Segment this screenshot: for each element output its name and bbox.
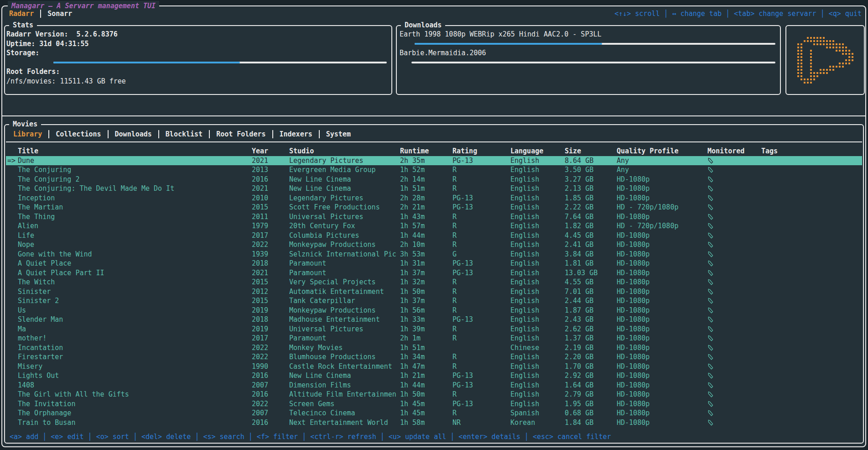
movie-language: English bbox=[510, 324, 561, 334]
column-header-size: Size bbox=[565, 147, 613, 156]
movie-quality-profile: HD-1080p bbox=[617, 315, 704, 324]
tab-library[interactable]: Library bbox=[10, 130, 45, 138]
movie-year: 2013 bbox=[252, 165, 286, 175]
movie-tags bbox=[761, 334, 843, 343]
movie-language: English bbox=[510, 287, 561, 297]
movie-year: 2015 bbox=[252, 296, 286, 306]
table-row[interactable]: Slender Man2018Madhouse Entertainment1h … bbox=[6, 315, 862, 324]
movie-year: 2016 bbox=[252, 371, 286, 381]
disk-usage-fill bbox=[53, 62, 240, 63]
movie-studio: Columbia Pictures bbox=[289, 231, 397, 241]
table-row[interactable]: The Orphanage2007Telecinco Cinema1h 45mR… bbox=[6, 408, 862, 418]
servarr-tab-sonarr[interactable]: Sonarr bbox=[45, 10, 75, 18]
movie-year: 2017 bbox=[252, 231, 286, 241]
movie-rating: PG-13 bbox=[452, 315, 507, 324]
movie-language: English bbox=[510, 277, 561, 287]
movie-quality-profile: HD-1080p bbox=[617, 277, 704, 287]
download-progress-bar bbox=[415, 43, 775, 45]
tab-blocklist[interactable]: Blocklist bbox=[163, 130, 205, 138]
table-row[interactable]: Ma2019Universal Pictures1h 39mREnglish2.… bbox=[6, 324, 862, 334]
movie-rating: PG-13 bbox=[452, 203, 507, 212]
table-row[interactable]: The Witch2015Very Special Projects1h 32m… bbox=[6, 277, 862, 287]
table-row[interactable]: Inception2010Legendary Pictures2h 28mPG-… bbox=[6, 194, 862, 203]
table-row[interactable]: Firestarter2022Blumhouse Productions1h 3… bbox=[6, 352, 862, 362]
movie-studio: Tank Caterpillar bbox=[289, 296, 397, 306]
movie-tags bbox=[761, 418, 843, 428]
movie-tags bbox=[761, 221, 843, 231]
table-row[interactable]: Life2017Columbia Pictures1h 44mREnglish4… bbox=[6, 231, 862, 241]
monitored-icon bbox=[707, 390, 758, 399]
table-row[interactable]: Train to Busan2016Next Entertainment Wor… bbox=[6, 418, 862, 428]
table-row[interactable]: mother!2017Paramount2h 1mREnglish1.37 GB… bbox=[6, 334, 862, 343]
movie-studio: Selznick International Pic bbox=[289, 250, 397, 259]
table-row[interactable]: Sinister 22015Tank Caterpillar1h 37mREng… bbox=[6, 296, 862, 306]
movie-rating: R bbox=[452, 334, 507, 343]
monitored-icon bbox=[707, 287, 758, 297]
column-header-rating: Rating bbox=[452, 147, 507, 156]
table-row[interactable]: The Thing2011Universal Pictures1h 43mREn… bbox=[6, 212, 862, 222]
movie-runtime: 1h 43m bbox=[400, 212, 449, 222]
table-row[interactable]: The Girl with All the Gifts2016Altitude … bbox=[6, 390, 862, 399]
tab-system[interactable]: System bbox=[323, 130, 353, 138]
tab-root-folders[interactable]: Root Folders bbox=[213, 130, 268, 138]
movie-size: 3.27 GB bbox=[565, 175, 613, 184]
table-row[interactable]: Lights Out2016New Line Cinema1h 21mPG-13… bbox=[6, 371, 862, 381]
movie-runtime: 2h 14m bbox=[400, 175, 449, 184]
movie-year: 2021 bbox=[252, 268, 286, 278]
movie-title: The Thing bbox=[18, 212, 248, 222]
table-row[interactable]: Gone with the Wind1939Selznick Internati… bbox=[6, 250, 862, 259]
movie-tags bbox=[761, 240, 843, 250]
column-header-title: Title bbox=[18, 147, 248, 156]
stats-panel-title: Stats bbox=[9, 20, 37, 30]
table-row[interactable]: The Invitation2022Screen Gems1h 45mPG-13… bbox=[6, 399, 862, 409]
movie-rating: R bbox=[452, 306, 507, 315]
table-row[interactable]: Incantation2022Monkey Movies1h 51mChines… bbox=[6, 343, 862, 353]
movie-year: 2021 bbox=[252, 156, 286, 166]
stats-panel: Stats Radarr Version: 5.2.6.8376 Uptime:… bbox=[4, 25, 392, 95]
table-row[interactable]: Us2019Monkeypaw Productions1h 56mREnglis… bbox=[6, 306, 862, 315]
table-row[interactable]: The Martian2015Scott Free Productions2h … bbox=[6, 203, 862, 212]
servarr-tab-radarr[interactable]: Radarr bbox=[6, 10, 36, 18]
table-row[interactable]: Misery1990Castle Rock Entertainment1h 47… bbox=[6, 362, 862, 372]
selection-marker bbox=[7, 324, 18, 334]
table-row[interactable]: A Quiet Place2018Paramount1h 31mPG-13Eng… bbox=[6, 259, 862, 268]
movie-runtime: 2h 10m bbox=[400, 240, 449, 250]
selection-marker bbox=[7, 381, 18, 390]
tab-downloads[interactable]: Downloads bbox=[112, 130, 155, 138]
movie-studio: Evergreen Media Group bbox=[289, 165, 397, 175]
selection-marker bbox=[7, 221, 18, 231]
movie-quality-profile: HD-1080p bbox=[617, 390, 704, 399]
table-row[interactable]: The Conjuring2013Evergreen Media Group1h… bbox=[6, 165, 862, 175]
movie-title: Lights Out bbox=[18, 371, 248, 381]
movie-language: English bbox=[510, 221, 561, 231]
table-row[interactable]: The Conjuring: The Devil Made Me Do It20… bbox=[6, 184, 862, 194]
movie-rating: R bbox=[452, 287, 507, 297]
selection-marker bbox=[7, 212, 18, 222]
table-row[interactable]: Alien197920th Century Fox1h 57mREnglish1… bbox=[6, 221, 862, 231]
movie-tags bbox=[761, 306, 843, 315]
movie-language: English bbox=[510, 268, 561, 278]
movie-year: 2016 bbox=[252, 390, 286, 399]
selection-marker bbox=[7, 306, 18, 315]
movie-title: Gone with the Wind bbox=[18, 250, 248, 259]
movie-size: 2.79 GB bbox=[565, 390, 613, 399]
movie-studio: Universal Pictures bbox=[289, 212, 397, 222]
column-header-studio: Studio bbox=[289, 147, 397, 156]
movie-tags bbox=[761, 324, 843, 334]
movie-size: 2.62 GB bbox=[565, 324, 613, 334]
movie-title: The Conjuring: The Devil Made Me Do It bbox=[18, 184, 248, 194]
movie-studio: Altitude Film Entertainmen bbox=[289, 390, 397, 399]
tab-indexers[interactable]: Indexers bbox=[277, 130, 315, 138]
table-row[interactable]: Nope2022Monkeypaw Productions2h 10mREngl… bbox=[6, 240, 862, 250]
movie-year: 2019 bbox=[252, 324, 286, 334]
movie-year: 2022 bbox=[252, 240, 286, 250]
table-row[interactable]: A Quiet Place Part II2021Paramount1h 37m… bbox=[6, 268, 862, 278]
table-row[interactable]: 14082007Dimension Films1h 44mPG-13Englis… bbox=[6, 381, 862, 390]
table-row[interactable]: The Conjuring 22016New Line Cinema2h 14m… bbox=[6, 175, 862, 184]
selection-marker bbox=[7, 277, 18, 287]
table-row[interactable]: Sinister2012Automatik Entertainment1h 50… bbox=[6, 287, 862, 297]
tab-collections[interactable]: Collections bbox=[53, 130, 104, 138]
movie-quality-profile: HD-1080p bbox=[617, 175, 704, 184]
movie-studio: Very Special Projects bbox=[289, 277, 397, 287]
table-row[interactable]: =>Dune2021Legendary Pictures2h 35mPG-13E… bbox=[6, 156, 862, 166]
